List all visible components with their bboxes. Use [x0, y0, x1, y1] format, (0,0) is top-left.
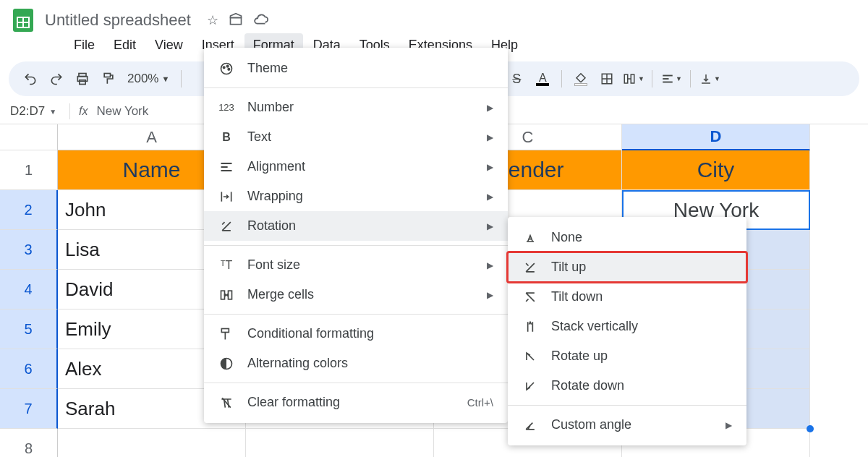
- chevron-right-icon: ▶: [487, 290, 493, 300]
- rotation-icon: [522, 320, 538, 334]
- cell-B8[interactable]: [246, 429, 434, 457]
- rotation-icon: [522, 349, 538, 364]
- format-menu-number[interactable]: 123Number▶: [204, 93, 508, 122]
- format-menu: Theme123Number▶BText▶Alignment▶Wrapping▶…: [204, 48, 508, 423]
- doc-title[interactable]: Untitled spreadsheet: [45, 11, 191, 30]
- cloud-status-icon[interactable]: [253, 12, 269, 28]
- cell-D1[interactable]: City: [622, 150, 810, 190]
- rotation-rotate-down[interactable]: Rotate down: [508, 371, 746, 401]
- chevron-right-icon: ▶: [487, 103, 493, 113]
- menu-label: Merge cells: [247, 287, 314, 302]
- rotation-icon: [522, 260, 538, 275]
- wrap-icon: [218, 189, 234, 204]
- undo-button[interactable]: [19, 67, 42, 90]
- menu-file[interactable]: File: [65, 33, 103, 57]
- format-menu-merge-cells[interactable]: Merge cells▶: [204, 280, 508, 309]
- menu-label: Number: [247, 100, 294, 115]
- menu-label: Conditional formatting: [247, 326, 374, 341]
- svg-point-18: [226, 65, 229, 67]
- format-menu-alignment[interactable]: Alignment▶: [204, 152, 508, 181]
- format-menu-conditional-formatting[interactable]: Conditional formatting: [204, 319, 508, 349]
- menu-label: Alignment: [247, 159, 305, 174]
- cond-icon: [218, 327, 234, 341]
- align-button[interactable]: ▼: [660, 67, 683, 90]
- menu-label: Tilt down: [551, 289, 603, 304]
- rotation-icon: [522, 290, 538, 304]
- rot-icon: [218, 219, 234, 234]
- B-icon: B: [218, 131, 234, 144]
- clear-icon: [218, 396, 234, 410]
- tT-icon: TT: [218, 259, 234, 272]
- rotation-icon: [522, 418, 538, 432]
- zoom-select[interactable]: 200% ▼: [123, 72, 174, 86]
- menu-edit[interactable]: Edit: [105, 33, 145, 57]
- format-menu-text[interactable]: BText▶: [204, 122, 508, 152]
- menu-label: Clear formatting: [247, 395, 340, 410]
- rotation-submenu: NoneTilt upTilt downStack verticallyRota…: [508, 217, 746, 445]
- redo-button[interactable]: [45, 67, 68, 90]
- format-menu-wrapping[interactable]: Wrapping▶: [204, 181, 508, 211]
- svg-point-19: [228, 68, 230, 70]
- theme-icon: [218, 61, 234, 76]
- row-header-7[interactable]: 7: [0, 389, 58, 429]
- row-header-6[interactable]: 6: [0, 349, 58, 389]
- format-menu-theme[interactable]: Theme: [204, 54, 508, 83]
- menu-label: Theme: [247, 61, 288, 76]
- chevron-right-icon: ▶: [487, 221, 493, 231]
- row-header-8[interactable]: 8: [0, 429, 58, 457]
- menu-label: Rotate down: [551, 378, 624, 393]
- menu-label: Alternating colors: [247, 356, 348, 371]
- fill-color-button[interactable]: [569, 67, 592, 90]
- 123-icon: 123: [218, 102, 234, 113]
- fx-icon: fx: [79, 105, 88, 118]
- rotation-none[interactable]: None: [508, 223, 746, 252]
- format-menu-clear-formatting[interactable]: Clear formattingCtrl+\: [204, 388, 508, 417]
- move-icon[interactable]: [229, 12, 243, 28]
- rotation-tilt-down[interactable]: Tilt down: [508, 282, 746, 312]
- svg-rect-4: [230, 18, 241, 25]
- row-header-3[interactable]: 3: [0, 230, 58, 270]
- menu-label: Text: [247, 129, 271, 145]
- formula-bar[interactable]: New York: [96, 104, 148, 119]
- cell-A8[interactable]: [58, 429, 246, 457]
- selection-handle[interactable]: [807, 425, 814, 432]
- star-icon[interactable]: ☆: [207, 12, 218, 28]
- svg-point-17: [223, 67, 225, 69]
- rotation-stack-vertically[interactable]: Stack vertically: [508, 312, 746, 341]
- format-menu-rotation[interactable]: Rotation▶: [204, 211, 508, 241]
- svg-rect-27: [221, 328, 229, 332]
- rotation-custom-angle[interactable]: Custom angle▶: [508, 410, 746, 440]
- menu-label: Stack vertically: [551, 319, 638, 334]
- paint-format-button[interactable]: [97, 67, 120, 90]
- format-menu-font-size[interactable]: TTFont size▶: [204, 250, 508, 280]
- row-header-2[interactable]: 2: [0, 190, 58, 230]
- row-header-4[interactable]: 4: [0, 270, 58, 309]
- menu-label: Wrapping: [247, 189, 303, 204]
- sheets-logo[interactable]: [9, 6, 38, 35]
- rotation-icon: [522, 231, 538, 245]
- menu-label: Custom angle: [551, 417, 631, 432]
- chevron-right-icon: ▶: [726, 420, 732, 430]
- vertical-align-button[interactable]: ▼: [698, 67, 721, 90]
- menu-label: Font size: [247, 257, 300, 273]
- rotation-icon: [522, 379, 538, 393]
- chevron-right-icon: ▶: [487, 260, 493, 270]
- strike-button[interactable]: S: [505, 67, 528, 90]
- rotation-rotate-up[interactable]: Rotate up: [508, 341, 746, 371]
- chevron-right-icon: ▶: [487, 192, 493, 202]
- row-header-5[interactable]: 5: [0, 309, 58, 349]
- rotation-tilt-up[interactable]: Tilt up: [508, 252, 746, 282]
- col-header-D[interactable]: D: [622, 124, 810, 150]
- borders-button[interactable]: [595, 67, 618, 90]
- merge-button[interactable]: ▼: [621, 67, 644, 90]
- menu-view[interactable]: View: [146, 33, 192, 57]
- keyboard-shortcut: Ctrl+\: [467, 396, 493, 409]
- name-box[interactable]: D2:D7▼: [10, 104, 61, 119]
- print-button[interactable]: [71, 67, 94, 90]
- svg-rect-8: [104, 74, 110, 77]
- format-menu-alternating-colors[interactable]: Alternating colors: [204, 349, 508, 378]
- chevron-right-icon: ▶: [487, 162, 493, 172]
- row-header-1[interactable]: 1: [0, 150, 58, 190]
- text-color-button[interactable]: A: [531, 67, 554, 90]
- select-all-corner[interactable]: [0, 124, 58, 150]
